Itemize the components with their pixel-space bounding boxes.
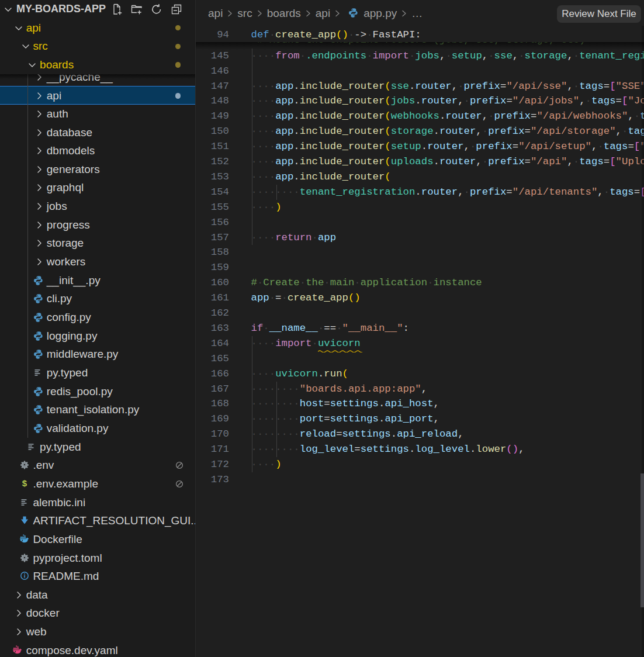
svg-text:$: $ [22,479,27,488]
